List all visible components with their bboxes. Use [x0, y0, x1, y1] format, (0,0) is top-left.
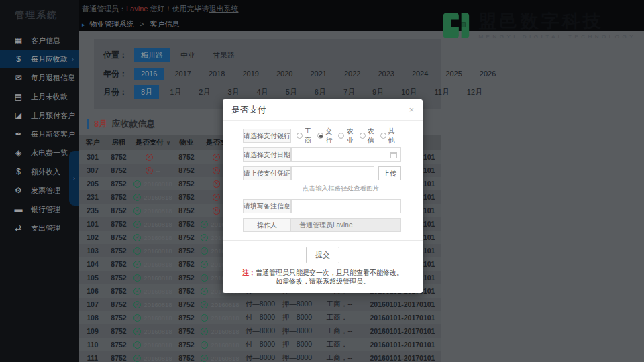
radio-icon [380, 133, 386, 139]
date-label: 请选择支付日期 [243, 147, 291, 162]
note-prefix: 注： [242, 269, 256, 276]
upload-label: 请上传支付凭证 [243, 166, 291, 180]
remark-row: 请填写备注信息 [243, 199, 401, 213]
bank-radio-group: 工商交行农业农信其他 [297, 129, 401, 143]
radio-label: 其他 [388, 127, 401, 145]
close-icon[interactable]: × [409, 99, 414, 121]
voucher-path-input[interactable] [291, 166, 374, 180]
operator-label: 操作人 [243, 218, 291, 232]
remark-input[interactable] [291, 199, 401, 213]
app-window: 管理系统 ▦客户信息$每月应收款›✉每月退租信息▤上月未收款◪上月预付客户✒每月… [0, 0, 644, 362]
radio-label: 农业 [346, 127, 359, 145]
upload-row: 请上传支付凭证 上传 [243, 166, 401, 180]
upload-hint: 点击输入框路径处查看图片 [243, 184, 401, 193]
bank-row: 请选择支付银行 工商交行农业农信其他 [243, 129, 401, 143]
modal-header: 是否支付 × [223, 99, 423, 121]
bank-radio-option[interactable]: 农信 [360, 127, 380, 145]
calendar-icon[interactable] [390, 152, 397, 158]
date-row: 请选择支付日期 [243, 147, 401, 162]
radio-label: 工商 [305, 127, 317, 145]
radio-icon [338, 133, 344, 139]
modal-title: 是否支付 [231, 105, 266, 115]
bank-radio-option[interactable]: 农业 [338, 127, 359, 145]
bank-label: 请选择支付银行 [243, 129, 291, 143]
modal-note-line2: 如需修改，请联系超级管理员。 [223, 277, 423, 286]
payment-date-input[interactable] [291, 147, 401, 162]
radio-icon [297, 133, 303, 139]
radio-label: 交行 [325, 127, 338, 145]
submit-button[interactable]: 提交 [306, 247, 339, 263]
operator-value: 普通管理员Lavine [291, 218, 401, 232]
modal-body: 请选择支付银行 工商交行农业农信其他 请选择支付日期 请上传支付凭证 上传 点击… [223, 121, 423, 232]
bank-radio-option[interactable]: 交行 [317, 127, 338, 145]
radio-icon [317, 133, 323, 139]
note-text-1: 普通管理员只能提交一次，且只能查看不能修改。 [256, 269, 403, 276]
radio-icon [360, 133, 366, 139]
payment-modal: 是否支付 × 请选择支付银行 工商交行农业农信其他 请选择支付日期 请上传支付凭… [223, 99, 423, 293]
operator-row: 操作人 普通管理员Lavine [243, 218, 401, 232]
bank-radio-option[interactable]: 工商 [297, 127, 317, 145]
upload-button[interactable]: 上传 [378, 166, 401, 180]
modal-footer: 提交 注：普通管理员只能提交一次，且只能查看不能修改。 如需修改，请联系超级管理… [223, 240, 423, 293]
modal-note-line1: 注：普通管理员只能提交一次，且只能查看不能修改。 [223, 268, 423, 277]
remark-label: 请填写备注信息 [243, 199, 291, 213]
radio-label: 农信 [368, 127, 380, 145]
bank-radio-option[interactable]: 其他 [380, 127, 401, 145]
